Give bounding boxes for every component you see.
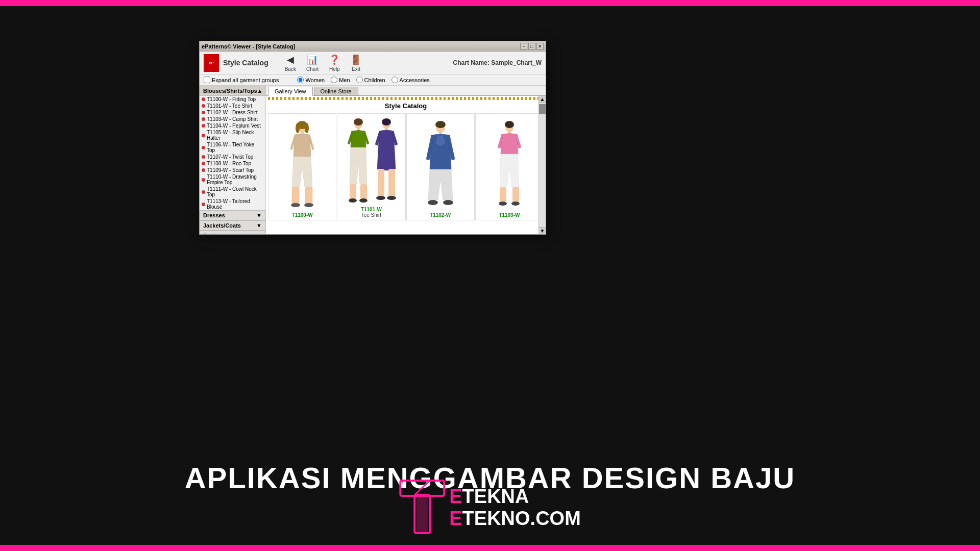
children-radio-label[interactable]: Children [356, 77, 385, 83]
minimize-button[interactable]: − [520, 43, 527, 49]
list-item[interactable]: T1109-W - Scarf Top [200, 167, 265, 173]
accessories-label: Accessories [400, 77, 430, 83]
expand-label: Expand all garment groups [212, 77, 279, 83]
scroll-up[interactable]: ▲ [539, 96, 546, 103]
item-dot [202, 190, 205, 194]
catalog-figure-t1103 [492, 116, 527, 212]
sidebar: Blouses/Shirts/Tops ▲ T1100-W - Fitting … [200, 86, 266, 234]
svg-point-24 [435, 121, 446, 128]
dresses-arrow: ▼ [256, 212, 262, 218]
list-item[interactable]: T1113-W - Tailored Blouse [200, 198, 265, 210]
sidebar-category-jackets[interactable]: Jackets/Coats ▼ [200, 220, 265, 231]
exit-button[interactable]: 🚪 Exit [346, 53, 365, 73]
svg-point-27 [443, 200, 453, 205]
item-label: T1106-W - Tied Yoke Top [207, 142, 263, 153]
pants-label: Pants [203, 233, 218, 234]
sidebar-category-blouses[interactable]: Blouses/Shirts/Tops ▲ [200, 86, 265, 96]
item-dot [202, 146, 205, 149]
list-item[interactable]: T1107-W - Twist Top [200, 154, 265, 160]
figure-svg-t1103 [492, 121, 527, 208]
svg-point-15 [359, 198, 368, 203]
scroll-thumb[interactable] [539, 104, 546, 114]
item-dot [202, 203, 205, 206]
blouses-label: Blouses/Shirts/Tops [203, 88, 257, 94]
item-label: T1110-W - Drawstring Empire Top [207, 174, 263, 185]
catalog-item-t1101[interactable]: T1101-W Tee Shirt [337, 113, 405, 220]
item-label: T1107-W - Twist Top [207, 154, 253, 160]
item-label: T1109-W - Scarf Top [207, 167, 254, 173]
expand-checkbox[interactable] [204, 77, 210, 83]
women-label: Women [305, 77, 325, 83]
svg-point-26 [428, 200, 438, 205]
help-button[interactable]: ❓ Help [325, 53, 344, 73]
item-label: T1111-W - Cowl Neck Top [207, 186, 263, 197]
svg-point-10 [354, 118, 363, 126]
exit-icon: 🚪 [350, 54, 361, 65]
jackets-label: Jackets/Coats [203, 222, 241, 229]
men-radio-label[interactable]: Men [331, 77, 350, 83]
list-item[interactable]: T1104-W - Peplum Vest [200, 122, 265, 129]
list-item[interactable]: T1105-W - Slip Neck Halter [200, 129, 265, 141]
svg-point-22 [387, 196, 396, 200]
catalog-scrollbar[interactable]: ▲ ▼ [538, 96, 546, 234]
svg-point-2 [296, 123, 300, 133]
sidebar-category-pants[interactable]: Pants ▼ [200, 231, 265, 234]
list-item[interactable]: T1110-W - Drawstring Empire Top [200, 173, 265, 186]
list-item[interactable]: T1106-W - Tied Yoke Top [200, 141, 265, 154]
window-title: ePatterns© Viewer - [Style Catalog] [202, 43, 295, 49]
blouses-arrow: ▲ [257, 88, 263, 94]
window-controls: − □ ✕ [520, 43, 544, 49]
accessories-radio-label[interactable]: Accessories [391, 77, 430, 83]
list-item[interactable]: T1102-W - Dress Shirt [200, 109, 265, 116]
item-label: T1103-W - Camp Shirt [207, 116, 258, 122]
item-dot [202, 168, 205, 172]
svg-rect-5 [292, 187, 299, 205]
list-item[interactable]: T1108-W - Roo Top [200, 160, 265, 167]
catalog-item-t1102[interactable]: T1102-W [406, 113, 475, 220]
jackets-arrow: ▼ [256, 222, 262, 229]
maximize-button[interactable]: □ [528, 43, 535, 49]
back-button[interactable]: ◀ Back [281, 53, 300, 73]
logo-e-letter: E [449, 486, 462, 508]
svg-rect-13 [360, 184, 367, 199]
item-dot [202, 111, 205, 114]
children-radio[interactable] [356, 77, 363, 83]
sidebar-category-dresses[interactable]: Dresses ▼ [200, 210, 265, 220]
svg-rect-20 [388, 169, 395, 197]
svg-point-14 [349, 198, 357, 203]
women-radio-label[interactable]: Women [297, 77, 325, 83]
expand-checkbox-label[interactable]: Expand all garment groups [204, 77, 279, 83]
list-item[interactable]: T1100-W - Fitting Top [200, 96, 265, 103]
bottom-border [0, 545, 980, 551]
back-icon: ◀ [287, 54, 294, 65]
tab-bar: Gallery View Online Store [266, 86, 546, 96]
chart-label: Chart [306, 66, 318, 72]
pants-arrow: ▼ [256, 233, 262, 234]
list-item[interactable]: T1103-W - Camp Shirt [200, 116, 265, 122]
figure-svg-t1100 [284, 121, 320, 208]
chart-button[interactable]: 📊 Chart [302, 53, 323, 73]
item-label: T1104-W - Peplum Vest [207, 123, 261, 129]
item-dot [202, 104, 205, 108]
women-radio[interactable] [297, 77, 304, 83]
scroll-down[interactable]: ▼ [539, 227, 546, 234]
item-code-t1103: T1103-W [499, 212, 520, 218]
tab-gallery[interactable]: Gallery View [268, 87, 313, 96]
tab-online-store[interactable]: Online Store [314, 87, 358, 95]
dresses-label: Dresses [203, 212, 225, 218]
logo-text-group: E TEKNA E TEKNO.COM [449, 486, 581, 530]
men-radio[interactable] [331, 77, 337, 83]
chart-icon: 📊 [307, 54, 318, 65]
gallery-tab-label: Gallery View [275, 88, 306, 94]
list-item[interactable]: T1111-W - Cowl Neck Top [200, 186, 265, 198]
app-logo: eP [204, 54, 219, 72]
close-button[interactable]: ✕ [536, 43, 544, 49]
item-code-t1102: T1102-W [430, 212, 451, 218]
svg-rect-32 [512, 187, 519, 203]
catalog-item-t1103[interactable]: T1103-W [475, 113, 544, 220]
accessories-radio[interactable] [391, 77, 398, 83]
catalog-item-t1100[interactable]: T1100-W [268, 113, 336, 220]
list-item[interactable]: T1101-W - Tee Shirt [200, 103, 265, 109]
figure-svg-t1101 [340, 118, 402, 205]
title-bar: ePatterns© Viewer - [Style Catalog] − □ … [200, 41, 546, 52]
